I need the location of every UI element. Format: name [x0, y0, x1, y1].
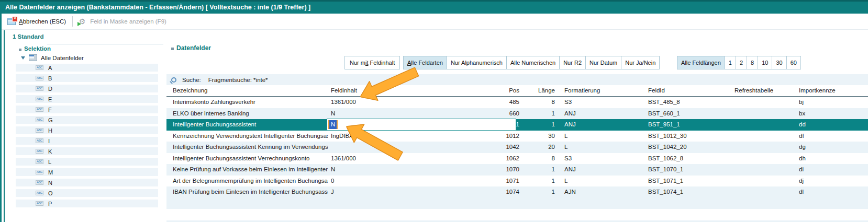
filter-button[interactable]: 1	[725, 56, 736, 69]
sidebar-item-label: F	[48, 107, 52, 113]
window-title-bar: Alle Datenfelder anzeigen (Bankstammdate…	[0, 0, 868, 14]
sidebar-item-letter[interactable]: ABC A	[16, 64, 158, 72]
empty-row	[166, 198, 868, 209]
gear-arrow-icon: ⚙	[77, 17, 87, 26]
cell-bezeichnung: Intelligenter Buchungsassistent	[166, 119, 328, 131]
table-row[interactable]: Kennzeichnung Verwendungstext Intelligen…	[166, 131, 868, 142]
sidebar-item-letter[interactable]: ABC E	[16, 95, 158, 103]
cell-bezeichnung: Intelligenter Buchungsassistent Verrechn…	[166, 153, 328, 165]
empty-rows	[166, 198, 868, 222]
page-title: Datenfelder	[176, 44, 211, 52]
column-header-pos[interactable]: Pos	[487, 85, 524, 96]
cell-bezeichnung: Interimskonto Zahlungsverkehr	[166, 97, 328, 108]
cell-pos: 1074	[487, 186, 524, 198]
cell-feldid: BST_1070_1	[643, 164, 729, 176]
cell-refreshtabelle	[729, 131, 795, 142]
cell-bezeichnung: ELKO über internes Banking	[166, 108, 328, 120]
table-row[interactable]: Intelligenter Buchungsassistent Kennung …	[166, 142, 868, 153]
application-window: { "window": { "title": "Alle Datenfelder…	[0, 0, 868, 222]
filter-button[interactable]: Nur Alphanumerisch	[447, 56, 507, 69]
table-row[interactable]: Art der Belegnummernprüfung im Intellige…	[166, 176, 868, 187]
table-row[interactable]: IBAN Prüfung beim Einlesen im Intelligen…	[166, 186, 868, 198]
search-bar[interactable]: Suche: Fragmentsuche: *inte*	[166, 74, 868, 85]
table-row[interactable]: Interimskonto Zahlungsverkehr 1361/000 4…	[166, 97, 868, 108]
sidebar-item-letter[interactable]: ABC H	[16, 126, 158, 134]
cell-laenge: 1	[524, 186, 559, 198]
cell-bezeichnung: Intelligenter Buchungsassistent Kennung …	[166, 142, 328, 153]
sidebar-item-letter[interactable]: ABC P	[16, 200, 158, 207]
column-header-importkennzeichen[interactable]: Importkennze	[795, 85, 868, 96]
tab-standard[interactable]: 1 Standard	[13, 33, 43, 40]
sidebar-item-letter[interactable]: ABC N	[16, 179, 158, 186]
filter-button[interactable]: Nur Datum	[585, 56, 621, 69]
column-header-feldid[interactable]: FeldId	[643, 85, 729, 96]
filter-nur-mit-feldinhalt[interactable]: Nur mit Feldinhalt	[344, 56, 400, 69]
sidebar-item-letter[interactable]: ABC M	[16, 168, 158, 176]
cell-laenge: 30	[524, 131, 559, 142]
cancel-button[interactable]: Abbrechen (ESC)	[7, 18, 66, 25]
cell-importkennzeichen: dg	[795, 142, 868, 153]
abc-field-icon: ABC	[36, 118, 43, 122]
sidebar-item-label: L	[48, 159, 51, 165]
cell-pos: 1071	[487, 176, 524, 187]
cell-refreshtabelle	[729, 176, 795, 187]
cell-importkennzeichen: dj	[795, 176, 868, 187]
filter-button[interactable]: 2	[736, 56, 747, 69]
cell-feldinhalt: J	[328, 186, 487, 198]
cell-laenge: 1	[524, 108, 559, 120]
cell-formatierung: S3	[559, 153, 643, 165]
table-header: Bezeichnung Feldinhalt Pos Länge Formati…	[166, 85, 868, 97]
sidebar-item-letter[interactable]: ABC O	[16, 189, 158, 197]
cell-formatierung: L	[559, 176, 643, 187]
cell-formatierung: L	[559, 131, 643, 142]
cell-formatierung: L	[559, 142, 643, 153]
filter-button[interactable]: Alle Feldlängen	[677, 56, 725, 69]
show-field-in-mask-button[interactable]: ⚙ Feld in Maske anzeigen (F9)	[77, 17, 166, 26]
sidebar-item-letter[interactable]: ABC I	[16, 137, 158, 145]
column-header-formatierung[interactable]: Formatierung	[559, 85, 643, 96]
sidebar-item-letter[interactable]: ABC L	[16, 158, 158, 166]
sidebar-item-label: O	[48, 190, 53, 196]
sidebar-item-label: N	[48, 180, 52, 186]
filter-button[interactable]: Nur Ja/Nein	[621, 56, 660, 69]
table-row[interactable]: Keine Prüfung auf Vorkasse beim Einlesen…	[166, 164, 868, 176]
heading-bullet-icon	[171, 48, 174, 50]
table-grid-icon	[29, 54, 37, 61]
filter-button[interactable]: 60	[786, 56, 801, 69]
search-fragment-value: Fragmentsuche: *inte*	[208, 77, 268, 83]
tree-root-alle-datenfelder[interactable]: Alle Datenfelder	[21, 54, 84, 61]
cell-feldid: BST_1062_8	[643, 153, 729, 165]
table-row[interactable]: ELKO über internes Banking N 660 1 ANJ B…	[166, 108, 868, 120]
column-header-refreshtabelle[interactable]: Refreshtabelle	[729, 85, 795, 96]
column-header-laenge[interactable]: Länge	[524, 85, 559, 96]
cell-refreshtabelle	[729, 153, 795, 165]
cell-laenge: 1	[524, 119, 559, 131]
filter-button[interactable]: 30	[772, 56, 786, 69]
cell-feldid: BST_1042_20	[643, 142, 729, 153]
sidebar-item-label: H	[48, 127, 52, 134]
window-left-border	[0, 14, 2, 222]
filter-button[interactable]: 10	[758, 56, 772, 69]
sidebar-item-letter[interactable]: ABC K	[16, 147, 158, 155]
chevron-down-icon[interactable]	[21, 56, 25, 60]
cell-importkennzeichen: bx	[795, 108, 868, 120]
sidebar-item-letter[interactable]: ABC F	[16, 106, 158, 113]
sidebar-item-letter[interactable]: ABC G	[16, 116, 158, 124]
cell-refreshtabelle	[729, 119, 795, 131]
sidebar-item-letter[interactable]: ABC B	[16, 74, 158, 82]
sidebar-item-letter[interactable]: ABC D	[16, 85, 158, 92]
table-body: Interimskonto Zahlungsverkehr 1361/000 4…	[166, 97, 868, 198]
filter-button[interactable]: Nur R2	[559, 56, 586, 69]
cell-feldinhalt: N	[328, 164, 487, 176]
cell-bezeichnung: Art der Belegnummernprüfung im Intellige…	[166, 176, 328, 187]
table-row[interactable]: Intelligenter Buchungsassistent N 951 1 …	[166, 119, 868, 131]
table-row[interactable]: Intelligenter Buchungsassistent Verrechn…	[166, 153, 868, 165]
cell-feldid: BST_660_1	[643, 108, 729, 120]
abc-field-icon: ABC	[36, 170, 43, 174]
filter-button[interactable]: 8	[747, 56, 758, 69]
filter-button[interactable]: Alle Numerischen	[506, 56, 560, 69]
sidebar-item-label: P	[48, 201, 52, 207]
sidebar-item-label: A	[48, 65, 52, 71]
column-header-bezeichnung[interactable]: Bezeichnung	[166, 85, 328, 96]
sidebar-item-label: G	[48, 117, 53, 123]
